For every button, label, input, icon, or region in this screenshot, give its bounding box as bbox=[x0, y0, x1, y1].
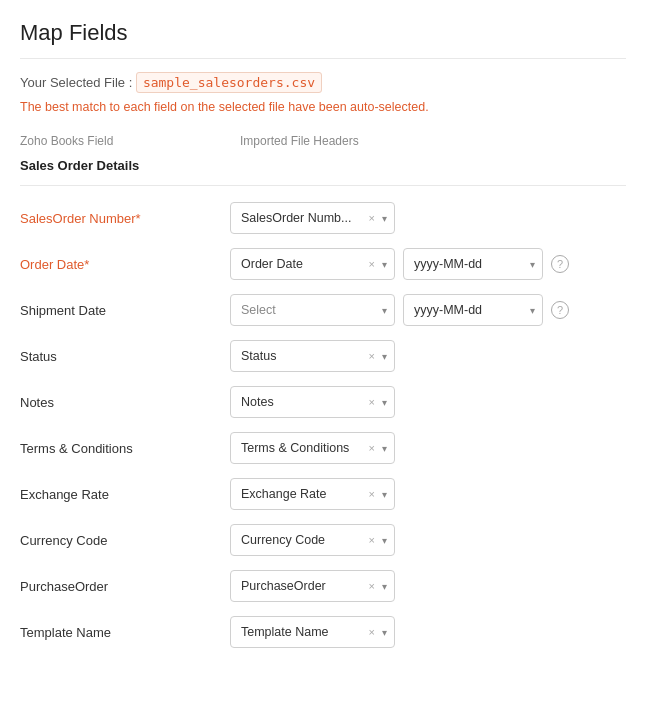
field-controls: Status×▾ bbox=[230, 340, 626, 372]
clear-button-1[interactable]: × bbox=[369, 258, 375, 270]
file-label: Your Selected File : bbox=[20, 75, 136, 90]
field-row: Template NameTemplate Name×▾ bbox=[20, 614, 626, 650]
date-format-select-2[interactable]: yyyy-MM-dd bbox=[403, 294, 543, 326]
field-label-exchange-rate: Exchange Rate bbox=[20, 487, 230, 502]
field-controls: SalesOrder Numb...×▾ bbox=[230, 202, 626, 234]
select-wrapper: PurchaseOrder×▾ bbox=[230, 570, 395, 602]
field-row: Exchange RateExchange Rate×▾ bbox=[20, 476, 626, 512]
clear-button-4[interactable]: × bbox=[369, 396, 375, 408]
clear-button-5[interactable]: × bbox=[369, 442, 375, 454]
select-wrapper: Currency Code×▾ bbox=[230, 524, 395, 556]
field-label-salesorder-number-: SalesOrder Number* bbox=[20, 211, 230, 226]
date-format-wrapper: yyyy-MM-dd▾ bbox=[403, 248, 543, 280]
clear-button-7[interactable]: × bbox=[369, 534, 375, 546]
file-info: Your Selected File : sample_salesorders.… bbox=[20, 75, 626, 90]
field-row: SalesOrder Number*SalesOrder Numb...×▾ bbox=[20, 200, 626, 236]
field-label-status: Status bbox=[20, 349, 230, 364]
select-wrapper: Notes×▾ bbox=[230, 386, 395, 418]
field-row: Currency CodeCurrency Code×▾ bbox=[20, 522, 626, 558]
clear-button-3[interactable]: × bbox=[369, 350, 375, 362]
field-controls: Template Name×▾ bbox=[230, 616, 626, 648]
select-wrapper: Terms & Conditions×▾ bbox=[230, 432, 395, 464]
page-container: Map Fields Your Selected File : sample_s… bbox=[0, 0, 646, 690]
imported-column-header: Imported File Headers bbox=[240, 134, 359, 148]
field-controls: PurchaseOrder×▾ bbox=[230, 570, 626, 602]
fields-container: SalesOrder Number*SalesOrder Numb...×▾Or… bbox=[20, 200, 626, 650]
field-select-2[interactable]: Select bbox=[230, 294, 395, 326]
section-title: Sales Order Details bbox=[20, 158, 626, 173]
field-label-purchaseorder: PurchaseOrder bbox=[20, 579, 230, 594]
clear-button-6[interactable]: × bbox=[369, 488, 375, 500]
clear-button-0[interactable]: × bbox=[369, 212, 375, 224]
date-format-select-1[interactable]: yyyy-MM-dd bbox=[403, 248, 543, 280]
select-wrapper: Select▾ bbox=[230, 294, 395, 326]
select-wrapper: Order Date×▾ bbox=[230, 248, 395, 280]
field-row: NotesNotes×▾ bbox=[20, 384, 626, 420]
zoho-column-header: Zoho Books Field bbox=[20, 134, 230, 148]
select-wrapper: Template Name×▾ bbox=[230, 616, 395, 648]
help-icon[interactable]: ? bbox=[551, 301, 569, 319]
help-icon[interactable]: ? bbox=[551, 255, 569, 273]
auto-note-text: The best match to each field on the sele… bbox=[20, 100, 429, 114]
field-label-terms---conditions: Terms & Conditions bbox=[20, 441, 230, 456]
field-controls: Notes×▾ bbox=[230, 386, 626, 418]
column-headers: Zoho Books Field Imported File Headers bbox=[20, 134, 626, 152]
field-controls: Exchange Rate×▾ bbox=[230, 478, 626, 510]
field-controls: Terms & Conditions×▾ bbox=[230, 432, 626, 464]
field-row: Order Date*Order Date×▾yyyy-MM-dd▾? bbox=[20, 246, 626, 282]
file-name: sample_salesorders.csv bbox=[136, 72, 322, 93]
field-label-notes: Notes bbox=[20, 395, 230, 410]
clear-button-9[interactable]: × bbox=[369, 626, 375, 638]
field-label-template-name: Template Name bbox=[20, 625, 230, 640]
clear-button-8[interactable]: × bbox=[369, 580, 375, 592]
select-wrapper: Status×▾ bbox=[230, 340, 395, 372]
field-row: Shipment DateSelect▾yyyy-MM-dd▾? bbox=[20, 292, 626, 328]
divider bbox=[20, 185, 626, 186]
field-row: PurchaseOrderPurchaseOrder×▾ bbox=[20, 568, 626, 604]
field-controls: Currency Code×▾ bbox=[230, 524, 626, 556]
field-label-shipment-date: Shipment Date bbox=[20, 303, 230, 318]
field-label-order-date-: Order Date* bbox=[20, 257, 230, 272]
field-row: StatusStatus×▾ bbox=[20, 338, 626, 374]
field-controls: Select▾yyyy-MM-dd▾? bbox=[230, 294, 626, 326]
field-label-currency-code: Currency Code bbox=[20, 533, 230, 548]
field-controls: Order Date×▾yyyy-MM-dd▾? bbox=[230, 248, 626, 280]
date-format-wrapper: yyyy-MM-dd▾ bbox=[403, 294, 543, 326]
select-wrapper: Exchange Rate×▾ bbox=[230, 478, 395, 510]
page-title: Map Fields bbox=[20, 20, 626, 59]
select-wrapper: SalesOrder Numb...×▾ bbox=[230, 202, 395, 234]
field-row: Terms & ConditionsTerms & Conditions×▾ bbox=[20, 430, 626, 466]
auto-note: The best match to each field on the sele… bbox=[20, 100, 626, 114]
